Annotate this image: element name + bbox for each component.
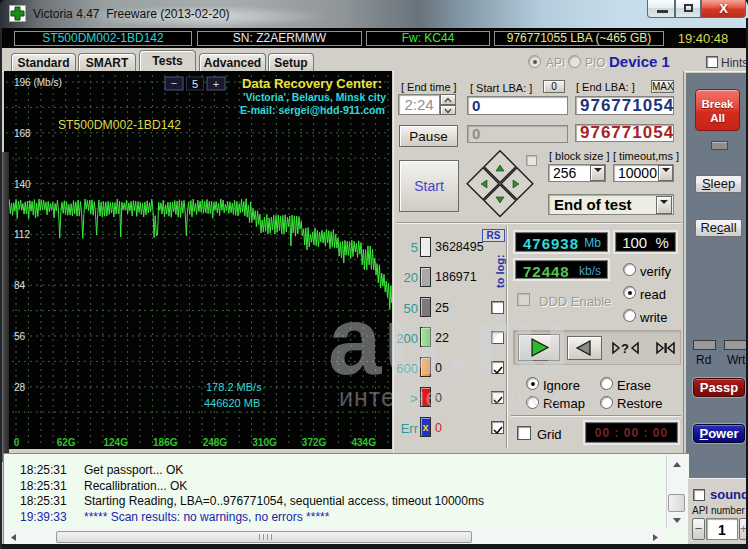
svg-text:Data Recovery Center:: Data Recovery Center: [242,76,382,91]
svg-text:ST500DM002-1BD142: ST500DM002-1BD142 [58,118,181,132]
svg-text:196 (Mb/s): 196 (Mb/s) [14,77,62,88]
svg-text:140: 140 [14,179,31,190]
svg-text:5: 5 [192,78,198,90]
svg-text:E-mail: sergei@hdd-911.com: E-mail: sergei@hdd-911.com [240,104,385,116]
svg-text:?: ? [621,341,629,356]
svg-text:0: 0 [14,437,20,448]
svg-text:434G: 434G [351,437,376,448]
svg-text:56: 56 [14,331,26,342]
svg-text:'Victoria', Belarus, Minsk cit: 'Victoria', Belarus, Minsk city [243,91,387,103]
svg-text:310G: 310G [252,437,277,448]
svg-text:178.2 MB/s: 178.2 MB/s [206,381,262,393]
svg-text:446620 MB: 446620 MB [204,397,260,409]
svg-text:112: 112 [14,229,30,240]
svg-text:−: − [171,77,177,89]
svg-text:28: 28 [14,382,26,393]
svg-text:62G: 62G [57,437,76,448]
svg-text:186G: 186G [153,437,178,448]
svg-text:+: + [213,78,219,90]
svg-text:84: 84 [14,280,26,291]
svg-text:248G: 248G [203,437,228,448]
svg-text:124G: 124G [103,437,128,448]
svg-text:168: 168 [14,128,31,139]
svg-text:372G: 372G [302,437,327,448]
